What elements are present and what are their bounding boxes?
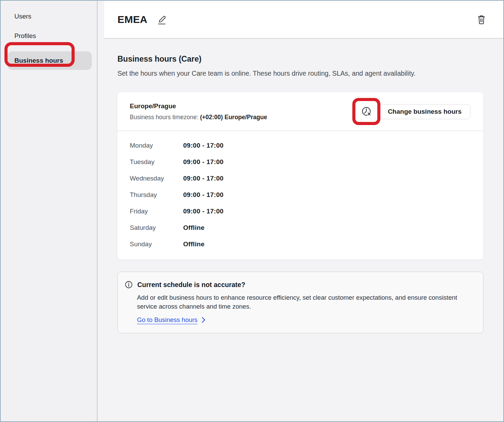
schedule-hours: Offline <box>183 240 204 248</box>
schedule-day: Friday <box>130 208 183 215</box>
schedule-row: Sunday Offline <box>130 236 471 252</box>
info-body: Add or edit business hours to enhance re… <box>137 293 463 311</box>
weekly-schedule: Monday 09:00 - 17:00 Tuesday 09:00 - 17:… <box>117 131 483 260</box>
schedule-row: Friday 09:00 - 17:00 <box>130 203 471 220</box>
main-panel: EMEA Business hours (Care) Set the hours <box>98 1 503 421</box>
card-header-actions: Change business hours <box>361 104 470 119</box>
delete-button[interactable] <box>477 14 486 25</box>
schedule-day: Tuesday <box>130 158 183 166</box>
schedule-day: Saturday <box>130 224 183 232</box>
info-link-row: Go to Business hours <box>137 316 473 324</box>
schedule-row: Wednesday 09:00 - 17:00 <box>130 170 471 187</box>
edit-pencil-icon <box>157 14 167 25</box>
business-hours-card: Europe/Prague Business hours timezone: (… <box>117 92 483 260</box>
sidebar-item-label: Business hours <box>14 57 63 64</box>
timezone-label: Business hours timezone: <box>130 114 200 121</box>
schedule-hours: 09:00 - 17:00 <box>183 158 224 166</box>
page-title: EMEA <box>117 14 147 25</box>
page-header: EMEA <box>104 1 503 39</box>
sidebar-item-business-hours[interactable]: Business hours <box>8 51 92 70</box>
schedule-day: Wednesday <box>130 175 183 182</box>
timezone-info: Europe/Prague Business hours timezone: (… <box>130 102 267 121</box>
clock-x-icon <box>361 106 373 117</box>
schedule-day: Monday <box>130 142 183 149</box>
app-window: Users Profiles Business hours EMEA <box>0 0 504 422</box>
schedule-row: Saturday Offline <box>130 220 471 236</box>
content-area: Business hours (Care) Set the hours when… <box>104 39 503 333</box>
change-business-hours-button[interactable]: Change business hours <box>379 104 470 119</box>
section-title: Business hours (Care) <box>117 54 483 64</box>
section-description: Set the hours when your Care team is onl… <box>117 70 483 77</box>
schedule-hours: Offline <box>183 224 204 232</box>
settings-sidebar: Users Profiles Business hours <box>1 1 98 421</box>
schedule-hours: 09:00 - 17:00 <box>183 191 224 199</box>
timezone-value: (+02:00) Europe/Prague <box>200 114 267 121</box>
business-hours-card-header: Europe/Prague Business hours timezone: (… <box>117 92 483 131</box>
info-title-row: Current schedule is not accurate? <box>125 281 473 289</box>
schedule-info-banner: Current schedule is not accurate? Add or… <box>117 272 483 333</box>
trash-icon <box>477 14 486 25</box>
sidebar-item-users[interactable]: Users <box>1 12 97 21</box>
info-icon <box>125 281 133 289</box>
schedule-hours: 09:00 - 17:00 <box>183 142 224 149</box>
info-title: Current schedule is not accurate? <box>137 281 245 289</box>
schedule-row: Monday 09:00 - 17:00 <box>130 137 471 154</box>
schedule-hours: 09:00 - 17:00 <box>183 208 224 215</box>
edit-title-button[interactable] <box>157 14 167 25</box>
schedule-hours: 09:00 - 17:00 <box>183 175 224 182</box>
clock-x-icon-button[interactable] <box>361 105 373 118</box>
schedule-row: Tuesday 09:00 - 17:00 <box>130 154 471 170</box>
go-to-business-hours-link[interactable]: Go to Business hours <box>137 316 198 324</box>
timezone-name: Europe/Prague <box>130 102 267 110</box>
schedule-day: Thursday <box>130 191 183 199</box>
chevron-right-icon <box>201 316 206 323</box>
schedule-day: Sunday <box>130 240 183 248</box>
schedule-row: Thursday 09:00 - 17:00 <box>130 187 471 203</box>
sidebar-item-profiles[interactable]: Profiles <box>1 32 97 40</box>
timezone-line: Business hours timezone: (+02:00) Europe… <box>130 114 267 121</box>
